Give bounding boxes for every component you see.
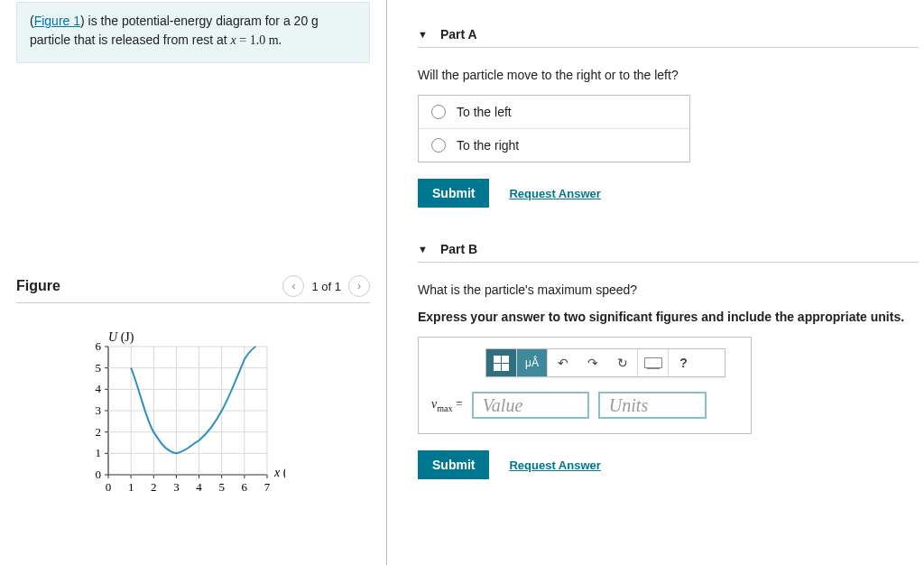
reset-tool[interactable]: ↻ <box>607 349 637 376</box>
svg-text:4: 4 <box>96 382 102 395</box>
submit-button[interactable]: Submit <box>418 450 489 479</box>
svg-text:3: 3 <box>96 403 102 417</box>
part-a-title: Part A <box>440 27 477 42</box>
part-b-title: Part B <box>440 242 477 256</box>
vmax-label: vmax = <box>431 397 463 413</box>
part-a-question: Will the particle move to the right or t… <box>418 68 919 82</box>
part-b-instruction: Express your answer to two significant f… <box>418 310 919 324</box>
option-label: To the right <box>457 138 519 153</box>
part-a-options: To the left To the right <box>418 95 690 162</box>
option-label: To the left <box>457 105 512 119</box>
mu-angstrom-tool[interactable]: μÅ <box>516 349 547 376</box>
undo-tool[interactable]: ↶ <box>547 349 578 376</box>
figure-link[interactable]: Figure 1 <box>34 14 80 28</box>
answer-editor: μÅ ↶ ↷ ↻ ? vmax = Value Units <box>418 337 752 434</box>
units-input[interactable]: Units <box>598 392 707 419</box>
svg-text:U (J): U (J) <box>108 330 134 345</box>
redo-tool[interactable]: ↷ <box>578 349 607 376</box>
svg-text:5: 5 <box>218 480 225 494</box>
svg-text:5: 5 <box>96 361 102 375</box>
templates-tool[interactable] <box>486 349 516 376</box>
svg-text:2: 2 <box>151 480 157 494</box>
problem-statement: (Figure 1) is the potential-energy diagr… <box>16 2 370 63</box>
equation-toolbar: μÅ ↶ ↷ ↻ ? <box>485 348 725 377</box>
part-b-question: What is the particle's maximum speed? <box>418 282 919 297</box>
option-to-the-left[interactable]: To the left <box>419 96 689 128</box>
figure-prev-button[interactable]: ‹ <box>282 275 304 297</box>
keyboard-tool[interactable] <box>637 349 668 376</box>
submit-button[interactable]: Submit <box>418 179 489 208</box>
radio-icon <box>431 138 446 153</box>
radio-icon <box>431 105 446 119</box>
svg-text:0: 0 <box>96 468 102 481</box>
svg-text:1: 1 <box>96 446 102 459</box>
svg-text:4: 4 <box>196 480 202 494</box>
potential-energy-chart: U (J) <box>72 330 285 502</box>
figure-next-button[interactable]: › <box>348 275 370 297</box>
svg-text:0: 0 <box>106 480 112 494</box>
figure-pager: 1 of 1 <box>311 280 341 293</box>
svg-text:6: 6 <box>242 480 248 494</box>
svg-text:7: 7 <box>264 480 271 494</box>
part-b-toggle-icon[interactable]: ▼ <box>418 244 428 255</box>
figure-section-title: Figure <box>16 278 60 294</box>
svg-text:x (m): x (m) <box>273 466 285 480</box>
option-to-the-right[interactable]: To the right <box>419 128 689 162</box>
svg-text:6: 6 <box>96 339 102 353</box>
svg-text:1: 1 <box>128 480 134 494</box>
svg-text:3: 3 <box>173 480 180 494</box>
value-input[interactable]: Value <box>472 392 589 419</box>
request-answer-link[interactable]: Request Answer <box>509 458 600 472</box>
part-a-toggle-icon[interactable]: ▼ <box>418 29 428 40</box>
request-answer-link[interactable]: Request Answer <box>509 187 600 200</box>
help-tool[interactable]: ? <box>668 349 698 376</box>
svg-text:2: 2 <box>96 425 102 439</box>
